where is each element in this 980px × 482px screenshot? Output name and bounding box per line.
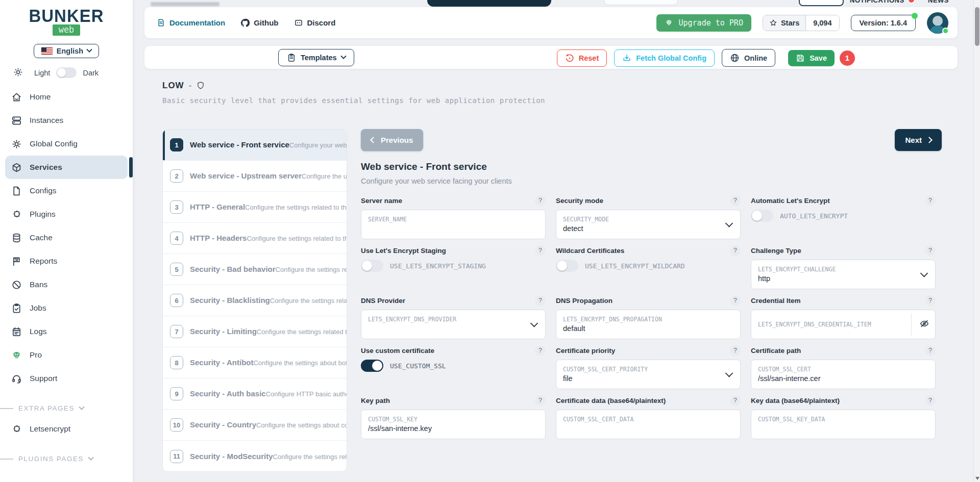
step-item-6[interactable]: 6 Security - BlacklistingConfigure the s… — [163, 285, 347, 316]
credential-item-input[interactable]: LETS_ENCRYPT_DNS_CREDENTIAL_ITEM — [751, 310, 936, 339]
step-item-11[interactable]: 11 Security - ModSecurityConfigure the s… — [163, 441, 347, 472]
certificate-data-input[interactable]: CUSTOM_SSL_CERT_DATA — [556, 410, 741, 439]
clipboard-check-icon — [11, 303, 22, 314]
section-extra-pages[interactable]: EXTRA PAGES — [0, 404, 133, 412]
help-icon[interactable]: ? — [925, 195, 936, 206]
sidebar-item-plugins[interactable]: Plugins — [0, 202, 133, 226]
step-item-2[interactable]: 2 Web service - Upstream serverConfigure… — [163, 161, 347, 192]
certificate-path-input[interactable]: CUSTOM_SSL_CERT /ssl/san-interne.cer — [751, 360, 936, 389]
fetch-global-config-button[interactable]: Fetch Global Config — [614, 49, 715, 67]
save-button[interactable]: Save — [788, 50, 835, 66]
help-icon[interactable]: ? — [730, 395, 741, 406]
sidebar-item-logs[interactable]: Logs — [0, 320, 133, 343]
challenge-type-select[interactable]: LETS_ENCRYPT_CHALLENGE http — [751, 260, 936, 289]
upgrade-to-pro-button[interactable]: Upgrade to PRO — [656, 14, 751, 32]
dns-provider-select[interactable]: LETS_ENCRYPT_DNS_PROVIDER — [361, 310, 546, 339]
online-status-button[interactable]: Online — [722, 49, 775, 67]
theme-toggle[interactable] — [56, 67, 77, 78]
language-selector[interactable]: English — [34, 44, 99, 58]
sidebar-item-services[interactable]: Services — [5, 156, 128, 179]
help-icon[interactable]: ? — [730, 345, 741, 356]
sidebar-item-home[interactable]: Home — [0, 85, 133, 109]
step-item-5[interactable]: 5 Security - Bad behaviorConfigure the s… — [163, 254, 347, 285]
help-icon[interactable]: ? — [535, 195, 546, 206]
section-plugins-pages[interactable]: PLUGINS PAGES — [0, 455, 133, 463]
step-item-7[interactable]: 7 Security - LimitingConfigure the setti… — [163, 316, 347, 347]
sidebar-item-support[interactable]: Support — [0, 367, 133, 390]
github-stars-badge[interactable]: Stars 9,094 — [763, 15, 840, 31]
help-icon[interactable]: ? — [535, 395, 546, 406]
help-icon[interactable]: ? — [925, 395, 936, 406]
sidebar-item-configs[interactable]: Configs — [0, 179, 133, 202]
diamond-icon — [665, 18, 673, 27]
step-item-3[interactable]: 3 HTTP - GeneralConfigure the settings r… — [163, 192, 347, 223]
server-icon — [11, 115, 22, 126]
help-icon[interactable]: ? — [730, 245, 741, 256]
help-icon[interactable]: ? — [730, 295, 741, 306]
next-step-button[interactable]: Next — [895, 129, 942, 151]
main-scrollbar[interactable] — [973, 0, 980, 482]
help-icon[interactable]: ? — [535, 345, 546, 356]
reset-button[interactable]: Reset — [557, 49, 607, 67]
field-key-path: Key path? CUSTOM_SSL_KEY /ssl/san-intern… — [361, 396, 546, 446]
server-name-input[interactable]: SERVER_NAME — [361, 210, 546, 239]
field-certificate-priority: Certificate priority? CUSTOM_SSL_CERT_PR… — [556, 346, 741, 396]
user-menu[interactable] — [927, 12, 948, 34]
clipped-news-button[interactable]: NEWS — [928, 0, 949, 6]
key-path-input[interactable]: CUSTOM_SSL_KEY /ssl/san-interne.key — [361, 410, 546, 439]
step-item-9[interactable]: 9 Security - Auth basicConfigure HTTP ba… — [163, 378, 347, 410]
settings-grid: Server name? SERVER_NAME Security mode? … — [361, 196, 942, 446]
theme-switcher: Light Dark — [0, 67, 133, 78]
wildcard-certificates-toggle[interactable] — [556, 260, 578, 272]
theme-light-label: Light — [34, 69, 50, 77]
sidebar-item-instances[interactable]: Instances — [0, 109, 133, 132]
sidebar-item-bans[interactable]: Bans — [0, 273, 133, 296]
help-icon[interactable]: ? — [925, 295, 936, 306]
help-icon[interactable]: ? — [730, 195, 741, 206]
step-item-4[interactable]: 4 HTTP - HeadersConfigure the settings r… — [163, 223, 347, 254]
lets-encrypt-staging-toggle[interactable] — [361, 260, 383, 272]
security-mode-select[interactable]: SECURITY_MODE detect — [556, 210, 741, 239]
sidebar-item-cache[interactable]: Cache — [0, 226, 133, 249]
clipped-active-tab[interactable] — [427, 0, 551, 7]
clipped-notifications-button[interactable]: NOTIFICATIONS — [850, 0, 915, 6]
toggle-visibility-button[interactable] — [919, 319, 929, 331]
step-title: Web service - Front service — [361, 161, 942, 172]
ban-icon — [11, 280, 22, 290]
scrollbar-thumb[interactable] — [975, 7, 979, 46]
step-item-8[interactable]: 8 Security - AntibotConfigure the settin… — [163, 347, 347, 378]
auto-lets-encrypt-toggle[interactable] — [751, 210, 773, 222]
use-custom-ssl-toggle[interactable] — [361, 360, 383, 372]
notification-badge — [908, 0, 915, 4]
clipped-button[interactable] — [799, 0, 844, 6]
version-badge: Version: 1.6.4 — [851, 15, 916, 31]
star-icon — [769, 19, 777, 27]
app-logo[interactable]: BUNKER web — [0, 0, 133, 36]
templates-dropdown[interactable]: Templates — [278, 49, 354, 66]
scrollbar-down-arrow[interactable] — [975, 477, 979, 480]
step-item-1[interactable]: 1 Web service - Front serviceConfigure y… — [163, 130, 347, 161]
sidebar-nav: Home Instances Global Config Services Co… — [0, 85, 133, 463]
help-icon[interactable]: ? — [535, 245, 546, 256]
chevron-down-icon — [88, 454, 93, 460]
help-icon[interactable]: ? — [925, 245, 936, 256]
discord-link[interactable]: Discord — [294, 18, 336, 28]
dns-propagation-input[interactable]: LETS_ENCRYPT_DNS_PROPAGATION default — [556, 310, 741, 339]
reset-icon — [565, 54, 574, 63]
documentation-link[interactable]: Documentation — [157, 18, 225, 27]
step-subtitle: Configure your web service facing your c… — [361, 177, 942, 185]
certificate-priority-select[interactable]: CUSTOM_SSL_CERT_PRIORITY file — [556, 360, 741, 389]
sidebar-item-global-config[interactable]: Global Config — [0, 132, 133, 156]
key-data-input[interactable]: CUSTOM_SSL_KEY_DATA — [751, 410, 936, 439]
help-icon[interactable]: ? — [535, 295, 546, 306]
github-link[interactable]: Github — [240, 18, 278, 28]
help-icon[interactable]: ? — [925, 345, 936, 356]
sidebar: BUNKER web English Light Dark Home Insta… — [0, 0, 133, 482]
step-item-10[interactable]: 10 Security - CountryConfigure the setti… — [163, 410, 347, 441]
sidebar-item-letsencrypt[interactable]: Letsencrypt — [0, 417, 133, 441]
sidebar-item-pro[interactable]: Pro — [0, 343, 133, 367]
previous-step-button[interactable]: Previous — [361, 129, 423, 151]
sidebar-item-reports[interactable]: Reports — [0, 249, 133, 273]
sidebar-item-jobs[interactable]: Jobs — [0, 296, 133, 320]
discord-icon — [294, 18, 303, 28]
